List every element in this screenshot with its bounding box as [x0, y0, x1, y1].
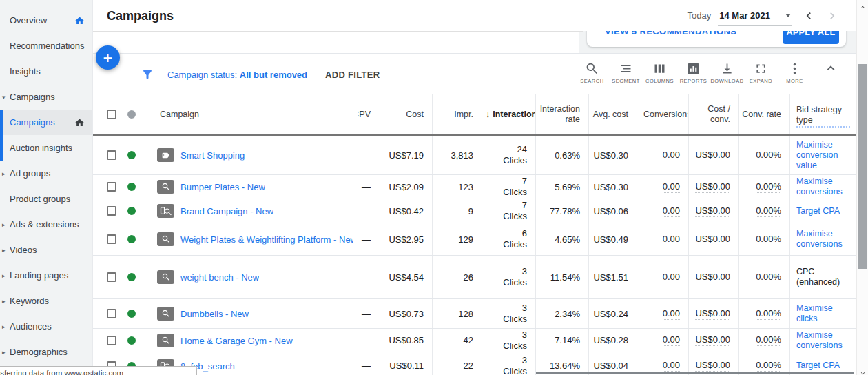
campaign-name-link[interactable]: weight bench - New — [180, 272, 259, 283]
expand-arrow-icon[interactable]: ▸ — [2, 323, 8, 330]
cost-column-header[interactable]: Cost — [375, 94, 433, 134]
shopping-campaign-icon — [157, 148, 174, 162]
impressions-cell: 128 — [433, 299, 482, 328]
avg-cost-column-header[interactable]: Avg. cost — [589, 94, 637, 134]
download-button[interactable]: DOWNLOAD — [710, 61, 744, 84]
conv-rate-cell: 0.00% — [739, 256, 790, 298]
impressions-cell: 26 — [433, 256, 482, 298]
date-dropdown[interactable]: 14 Mar 2021 — [718, 10, 792, 26]
sidebar-item-recommendations[interactable]: Recommendations — [0, 33, 92, 59]
sidebar-item-auction-insights[interactable]: Auction insights — [0, 135, 92, 161]
status-enabled-dot — [127, 207, 136, 215]
sidebar-item-label: Landing pages — [10, 270, 68, 281]
sidebar-item-ads-extensions[interactable]: ▸ Ads & extensions — [0, 212, 92, 237]
cpv-column-header[interactable]: CPV — [358, 94, 375, 134]
campaign-name-link[interactable]: Bumper Plates - New — [180, 182, 265, 192]
expand-button[interactable]: EXPAND — [744, 61, 778, 84]
sidebar-item-ad-groups[interactable]: ▸ Ad groups — [0, 161, 92, 186]
sidebar-item-label: Ad groups — [10, 168, 50, 179]
row-checkbox[interactable] — [107, 150, 116, 160]
campaign-name-link[interactable]: Dumbbells - New — [180, 309, 249, 319]
conv-rate-column-header[interactable]: Conv. rate — [739, 94, 790, 134]
browser-status-bar: Transferring data from www.gstatic.com — [0, 366, 197, 375]
sidebar-item-videos[interactable]: ▸ Videos — [0, 237, 92, 263]
status-text: Transferring data from www.gstatic.com — [0, 369, 123, 375]
select-all-checkbox[interactable] — [107, 110, 116, 119]
sidebar-item-product-groups[interactable]: Product groups — [0, 186, 92, 212]
bid-strategy-link[interactable]: Maximise conversions — [796, 330, 855, 351]
columns-button[interactable]: COLUMNS — [643, 61, 676, 84]
expand-arrow-icon[interactable]: ▸ — [2, 298, 8, 305]
cost-per-conv-cell: US$0.00 — [689, 299, 739, 328]
date-range-picker[interactable]: Today 14 Mar 2021 — [688, 0, 839, 31]
expand-arrow-icon[interactable]: ▸ — [2, 221, 8, 228]
bid-strategy-column-header[interactable]: Bid strategy type — [790, 94, 856, 134]
bid-strategy-link[interactable]: Maximise conversions — [796, 229, 855, 250]
bid-strategy-link[interactable]: Maximise conversion value — [796, 140, 855, 171]
expand-arrow-icon[interactable]: ▸ — [2, 272, 8, 279]
cost-cell: US$0.42 — [375, 199, 433, 223]
bid-strategy-link[interactable]: Maximise clicks — [796, 303, 855, 324]
bid-strategy-link[interactable]: CPC (enhanced) — [796, 267, 855, 287]
scrollbar-thumb[interactable] — [858, 64, 867, 269]
add-campaign-button[interactable]: + — [96, 45, 120, 70]
row-checkbox[interactable] — [107, 336, 116, 345]
scroll-up-arrow[interactable] — [858, 2, 867, 12]
add-filter-button[interactable]: ADD FILTER — [325, 70, 380, 80]
sidebar-item-overview[interactable]: Overview — [0, 8, 92, 33]
search-button[interactable]: SEARCH — [575, 61, 609, 84]
sidebar-item-keywords[interactable]: ▸ Keywords — [0, 288, 92, 314]
next-date-range-button[interactable] — [825, 9, 839, 23]
scroll-down-arrow[interactable] — [858, 368, 867, 375]
conversions-column-header[interactable]: Conversions — [637, 94, 689, 134]
row-checkbox[interactable] — [107, 234, 116, 244]
expand-arrow-icon[interactable]: ▸ — [2, 349, 8, 356]
sidebar-item-campaigns[interactable]: Campaigns — [0, 110, 92, 135]
status-filter-dot[interactable] — [127, 110, 136, 119]
interaction-rate-cell: 7.14% — [536, 329, 589, 352]
expand-arrow-icon[interactable]: ▸ — [2, 170, 8, 177]
row-checkbox[interactable] — [107, 272, 116, 282]
segment-button[interactable]: SEGMENT — [609, 61, 643, 84]
previous-date-range-button[interactable] — [802, 9, 816, 23]
avg-cost-cell: US$0.28 — [589, 329, 637, 352]
vertical-scrollbar[interactable] — [856, 0, 868, 375]
interaction-rate-column-header[interactable]: Interaction rate — [536, 94, 589, 134]
avg-cost-cell: US$0.49 — [589, 223, 637, 255]
expand-arrow-icon[interactable]: ▾ — [2, 94, 8, 101]
row-checkbox[interactable] — [107, 309, 116, 318]
bid-strategy-link[interactable]: Target CPA — [796, 361, 840, 371]
campaign-status-filter[interactable]: Campaign status: All but removed — [167, 70, 307, 80]
expand-arrow-icon[interactable]: ▸ — [2, 247, 8, 254]
interactions-column-header[interactable]: ↓ Interactions — [482, 94, 536, 134]
sidebar-item-demographics[interactable]: ▸ Demographics — [0, 339, 92, 365]
campaign-name-link[interactable]: Weight Plates & Weightlifting Platform -… — [180, 234, 353, 245]
campaign-name-link[interactable]: Smart Shopping — [180, 150, 245, 161]
reports-button[interactable]: REPORTS — [676, 61, 710, 84]
status-enabled-dot — [127, 310, 136, 318]
sidebar-item-landing-pages[interactable]: ▸ Landing pages — [0, 263, 92, 288]
row-checkbox[interactable] — [107, 206, 116, 216]
search-campaign-icon — [157, 232, 174, 246]
sidebar-item-audiences[interactable]: ▸ Audiences — [0, 314, 92, 339]
cpv-cell: — — [358, 329, 375, 352]
cost-per-conv-column-header[interactable]: Cost / conv. — [689, 94, 739, 134]
sidebar-item-insights[interactable]: Insights — [0, 59, 92, 84]
campaign-name-link[interactable]: Home & Garage Gym - New — [180, 335, 293, 345]
more-button[interactable]: MORE — [778, 61, 812, 84]
interactions-cell: 3 Clicks — [482, 256, 536, 298]
cost-cell: US$2.09 — [375, 175, 433, 199]
cpv-cell: — — [358, 352, 375, 375]
page-title: Campaigns — [107, 9, 174, 23]
horizontal-scrollbar[interactable] — [536, 372, 854, 374]
bid-strategy-cell: Maximise conversion value — [790, 136, 856, 174]
bid-strategy-link[interactable]: Maximise conversions — [796, 176, 855, 197]
row-checkbox[interactable] — [107, 182, 116, 192]
collapse-toolbar-button[interactable] — [823, 61, 838, 76]
chevron-down-icon — [785, 14, 791, 17]
bid-strategy-link[interactable]: Target CPA — [796, 206, 840, 216]
impressions-column-header[interactable]: Impr. — [433, 94, 482, 134]
sidebar-item-campaigns[interactable]: ▾ Campaigns — [0, 84, 92, 110]
campaign-name-link[interactable]: Brand Campaign - New — [180, 206, 273, 216]
campaign-column-header: Campaign — [160, 110, 199, 120]
